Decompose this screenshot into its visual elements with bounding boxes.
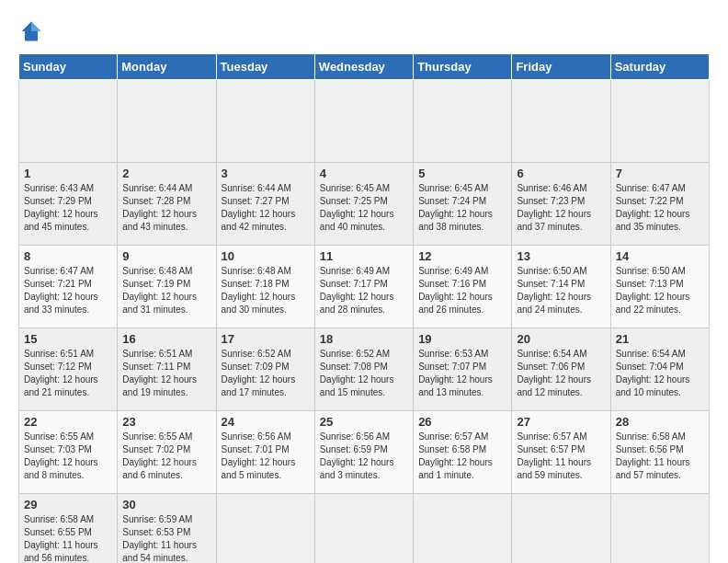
calendar-cell — [216, 80, 314, 163]
calendar-cell: 3 Sunrise: 6:44 AM Sunset: 7:27 PM Dayli… — [216, 163, 314, 246]
day-number: 26 — [418, 415, 506, 429]
day-info: Sunrise: 6:49 AM Sunset: 7:16 PM Dayligh… — [418, 265, 506, 316]
day-number: 16 — [122, 332, 210, 346]
calendar-week-5: 22 Sunrise: 6:55 AM Sunset: 7:03 PM Dayl… — [19, 411, 710, 494]
day-info: Sunrise: 6:46 AM Sunset: 7:23 PM Dayligh… — [517, 182, 605, 234]
day-info: Sunrise: 6:52 AM Sunset: 7:08 PM Dayligh… — [320, 348, 408, 399]
calendar-cell: 5 Sunrise: 6:45 AM Sunset: 7:24 PM Dayli… — [414, 163, 512, 246]
day-number: 24 — [222, 415, 310, 429]
header-day-monday: Monday — [118, 54, 216, 80]
day-number: 10 — [222, 249, 310, 263]
day-info: Sunrise: 6:57 AM Sunset: 6:58 PM Dayligh… — [418, 431, 506, 482]
day-number: 27 — [517, 415, 605, 429]
day-number: 14 — [616, 249, 704, 263]
calendar-cell: 23 Sunrise: 6:55 AM Sunset: 7:02 PM Dayl… — [118, 411, 216, 494]
day-info: Sunrise: 6:47 AM Sunset: 7:21 PM Dayligh… — [24, 265, 112, 316]
day-info: Sunrise: 6:45 AM Sunset: 7:25 PM Dayligh… — [320, 182, 408, 234]
day-info: Sunrise: 6:55 AM Sunset: 7:03 PM Dayligh… — [24, 431, 112, 482]
calendar-cell: 11 Sunrise: 6:49 AM Sunset: 7:17 PM Dayl… — [314, 246, 413, 328]
calendar-cell: 10 Sunrise: 6:48 AM Sunset: 7:18 PM Dayl… — [216, 246, 314, 328]
day-number: 30 — [122, 498, 210, 511]
day-info: Sunrise: 6:44 AM Sunset: 7:28 PM Dayligh… — [122, 182, 210, 234]
day-info: Sunrise: 6:56 AM Sunset: 7:01 PM Dayligh… — [222, 431, 310, 482]
calendar-header-row: SundayMondayTuesdayWednesdayThursdayFrid… — [19, 54, 710, 80]
day-info: Sunrise: 6:54 AM Sunset: 7:06 PM Dayligh… — [517, 348, 605, 399]
day-number: 1 — [24, 167, 112, 180]
day-number: 8 — [24, 249, 112, 263]
day-number: 5 — [418, 167, 506, 180]
calendar-cell: 17 Sunrise: 6:52 AM Sunset: 7:09 PM Dayl… — [216, 328, 314, 411]
calendar-week-2: 1 Sunrise: 6:43 AM Sunset: 7:29 PM Dayli… — [19, 163, 710, 246]
calendar-cell: 24 Sunrise: 6:56 AM Sunset: 7:01 PM Dayl… — [216, 411, 314, 494]
day-info: Sunrise: 6:49 AM Sunset: 7:17 PM Dayligh… — [320, 265, 408, 316]
header-day-thursday: Thursday — [414, 54, 512, 80]
calendar-cell: 12 Sunrise: 6:49 AM Sunset: 7:16 PM Dayl… — [414, 246, 512, 328]
day-info: Sunrise: 6:50 AM Sunset: 7:14 PM Dayligh… — [517, 265, 605, 316]
calendar-cell — [512, 494, 610, 564]
day-number: 17 — [222, 332, 310, 346]
calendar-cell: 19 Sunrise: 6:53 AM Sunset: 7:07 PM Dayl… — [414, 328, 512, 411]
day-number: 18 — [320, 332, 408, 346]
calendar-week-4: 15 Sunrise: 6:51 AM Sunset: 7:12 PM Dayl… — [19, 328, 710, 411]
day-info: Sunrise: 6:48 AM Sunset: 7:18 PM Dayligh… — [222, 265, 310, 316]
day-number: 3 — [222, 167, 310, 180]
calendar-cell — [314, 494, 413, 564]
day-number: 20 — [517, 332, 605, 346]
calendar-cell — [314, 80, 413, 163]
day-number: 6 — [517, 167, 605, 180]
day-info: Sunrise: 6:56 AM Sunset: 6:59 PM Dayligh… — [320, 431, 408, 482]
day-number: 19 — [418, 332, 506, 346]
day-info: Sunrise: 6:45 AM Sunset: 7:24 PM Dayligh… — [418, 182, 506, 234]
day-info: Sunrise: 6:59 AM Sunset: 6:53 PM Dayligh… — [122, 513, 210, 563]
day-number: 11 — [320, 249, 408, 263]
day-info: Sunrise: 6:52 AM Sunset: 7:09 PM Dayligh… — [222, 348, 310, 399]
header-day-saturday: Saturday — [610, 54, 709, 80]
calendar-cell: 26 Sunrise: 6:57 AM Sunset: 6:58 PM Dayl… — [414, 411, 512, 494]
day-info: Sunrise: 6:50 AM Sunset: 7:13 PM Dayligh… — [616, 265, 704, 316]
logo-icon — [18, 18, 44, 44]
logo — [18, 18, 48, 44]
header-day-sunday: Sunday — [19, 54, 118, 80]
day-info: Sunrise: 6:48 AM Sunset: 7:19 PM Dayligh… — [122, 265, 210, 316]
calendar-cell: 8 Sunrise: 6:47 AM Sunset: 7:21 PM Dayli… — [19, 246, 118, 328]
day-info: Sunrise: 6:47 AM Sunset: 7:22 PM Dayligh… — [616, 182, 704, 234]
day-number: 15 — [24, 332, 112, 346]
calendar-cell: 4 Sunrise: 6:45 AM Sunset: 7:25 PM Dayli… — [314, 163, 413, 246]
calendar-cell: 7 Sunrise: 6:47 AM Sunset: 7:22 PM Dayli… — [610, 163, 709, 246]
calendar-week-3: 8 Sunrise: 6:47 AM Sunset: 7:21 PM Dayli… — [19, 246, 710, 328]
calendar-cell — [19, 80, 118, 163]
calendar-cell: 6 Sunrise: 6:46 AM Sunset: 7:23 PM Dayli… — [512, 163, 610, 246]
day-number: 9 — [122, 249, 210, 263]
calendar-cell — [118, 80, 216, 163]
header-day-wednesday: Wednesday — [314, 54, 413, 80]
day-info: Sunrise: 6:58 AM Sunset: 6:55 PM Dayligh… — [24, 513, 112, 563]
calendar-cell: 9 Sunrise: 6:48 AM Sunset: 7:19 PM Dayli… — [118, 246, 216, 328]
calendar-cell: 29 Sunrise: 6:58 AM Sunset: 6:55 PM Dayl… — [19, 494, 118, 564]
calendar-cell — [414, 494, 512, 564]
calendar-cell: 30 Sunrise: 6:59 AM Sunset: 6:53 PM Dayl… — [118, 494, 216, 564]
day-info: Sunrise: 6:58 AM Sunset: 6:56 PM Dayligh… — [616, 431, 704, 482]
day-number: 21 — [616, 332, 704, 346]
calendar-cell: 28 Sunrise: 6:58 AM Sunset: 6:56 PM Dayl… — [610, 411, 709, 494]
calendar-cell: 15 Sunrise: 6:51 AM Sunset: 7:12 PM Dayl… — [19, 328, 118, 411]
day-number: 7 — [616, 167, 704, 180]
day-number: 22 — [24, 415, 112, 429]
calendar-cell — [216, 494, 314, 564]
day-number: 4 — [320, 167, 408, 180]
calendar-table: SundayMondayTuesdayWednesdayThursdayFrid… — [18, 53, 710, 563]
calendar-cell — [610, 494, 709, 564]
day-info: Sunrise: 6:44 AM Sunset: 7:27 PM Dayligh… — [222, 182, 310, 234]
day-number: 2 — [122, 167, 210, 180]
day-number: 29 — [24, 498, 112, 511]
calendar-cell: 16 Sunrise: 6:51 AM Sunset: 7:11 PM Dayl… — [118, 328, 216, 411]
calendar-cell: 18 Sunrise: 6:52 AM Sunset: 7:08 PM Dayl… — [314, 328, 413, 411]
day-info: Sunrise: 6:43 AM Sunset: 7:29 PM Dayligh… — [24, 182, 112, 234]
calendar-cell: 14 Sunrise: 6:50 AM Sunset: 7:13 PM Dayl… — [610, 246, 709, 328]
calendar-cell: 2 Sunrise: 6:44 AM Sunset: 7:28 PM Dayli… — [118, 163, 216, 246]
svg-marker-1 — [31, 22, 41, 32]
day-number: 12 — [418, 249, 506, 263]
calendar-cell: 27 Sunrise: 6:57 AM Sunset: 6:57 PM Dayl… — [512, 411, 610, 494]
calendar-week-1 — [19, 80, 710, 163]
calendar-cell — [414, 80, 512, 163]
calendar-cell — [512, 80, 610, 163]
